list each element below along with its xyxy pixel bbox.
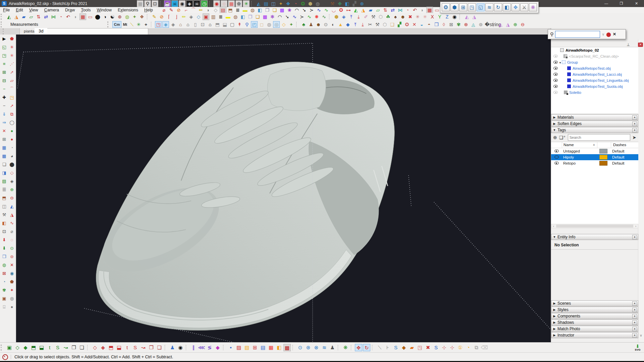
toolbar-icon[interactable]: ▣ bbox=[6, 344, 13, 351]
toolbar-icon[interactable]: − bbox=[1, 86, 7, 92]
toolbar-icon[interactable]: ⊚ bbox=[477, 21, 484, 28]
toolbar-icon[interactable]: ◭ bbox=[464, 13, 470, 20]
outliner-item[interactable]: AirwalkRetopoTest_Suola.obj bbox=[551, 83, 638, 89]
toolbar-icon[interactable]: ❏ bbox=[254, 13, 261, 20]
toolbar-icon[interactable]: ⊛ bbox=[463, 21, 469, 28]
panel-styles[interactable]: ▶Styles✕ bbox=[551, 307, 638, 313]
toolbar-icon[interactable]: ⋘ bbox=[198, 344, 205, 351]
add-tag-icon[interactable]: ⊕ bbox=[553, 135, 557, 140]
toolbar-icon[interactable]: ◇ bbox=[195, 13, 202, 20]
toolbar-icon[interactable]: ◗ bbox=[72, 13, 79, 20]
toolbar-icon[interactable]: ▯ bbox=[192, 21, 199, 28]
panel-close-icon[interactable]: ✕ bbox=[632, 308, 637, 312]
toolbar-icon[interactable]: ⊗ bbox=[313, 344, 320, 351]
panel-close-icon[interactable]: ✕ bbox=[632, 333, 637, 338]
toolbar-icon[interactable]: ≶ bbox=[206, 344, 213, 351]
toolbar-icon[interactable]: ▰ bbox=[20, 13, 27, 20]
panel-soften-edges[interactable]: ▶ Soften Edges ✕ bbox=[551, 121, 638, 127]
toolbar-icon[interactable]: ❑ bbox=[389, 21, 395, 28]
outliner-item[interactable]: ▾Group bbox=[551, 59, 638, 65]
toolbar-icon[interactable]: ⬤ bbox=[9, 161, 15, 168]
toolbar-icon[interactable]: ◍ bbox=[232, 13, 239, 20]
toolbar-icon[interactable]: ⬒ bbox=[214, 21, 221, 28]
select-tool-icon[interactable]: ▶ bbox=[1, 36, 7, 42]
toolbar-icon[interactable]: ∿ bbox=[291, 13, 298, 20]
toolbar-icon[interactable]: ❐ bbox=[148, 344, 155, 351]
toolbar-icon[interactable]: ◈ bbox=[170, 21, 176, 28]
menu-extensions[interactable]: Extensions bbox=[115, 8, 141, 12]
toolbar-icon[interactable]: ✪ bbox=[300, 0, 306, 7]
toolbar-icon[interactable]: ▣ bbox=[1, 295, 7, 302]
toolbar-icon[interactable]: ❏ bbox=[78, 344, 86, 351]
toolbar-icon[interactable]: ◉ bbox=[177, 344, 184, 351]
toolbar-icon[interactable]: ✎ bbox=[151, 13, 158, 20]
toolbar-icon[interactable]: ☻ bbox=[399, 13, 406, 20]
units-cm-button[interactable]: Cm bbox=[112, 21, 122, 28]
visibility-eye-icon[interactable] bbox=[553, 85, 558, 88]
toolbar-icon[interactable]: ✕ bbox=[1, 128, 7, 134]
toolbar-icon[interactable]: ✕ bbox=[411, 21, 418, 28]
toolbar-icon[interactable]: ▰ bbox=[408, 344, 416, 351]
dashed-circle-icon[interactable]: ◌ bbox=[221, 0, 227, 7]
toolbar-icon[interactable]: ☯ bbox=[109, 13, 116, 20]
toolbar-icon[interactable]: ◳ bbox=[416, 344, 424, 351]
toolbar-icon[interactable]: ✚ bbox=[1, 94, 7, 101]
toolbar-icon[interactable]: ⬢ bbox=[307, 0, 314, 7]
toolbar-icon[interactable]: ➚ bbox=[9, 103, 15, 109]
toolbar-icon[interactable]: ⬇ bbox=[1, 245, 7, 251]
panel-instructor[interactable]: ▶Instructor✕ bbox=[551, 332, 638, 338]
toolbar-icon[interactable]: ⇄ bbox=[389, 7, 396, 13]
toolbar-icon[interactable]: ▩ bbox=[262, 13, 268, 20]
tag-row[interactable]: HipolyDefault bbox=[551, 154, 638, 160]
toolbar-icon[interactable]: ◔ bbox=[404, 7, 411, 13]
toolbar-icon[interactable]: ◇ bbox=[91, 344, 99, 351]
panel-materials[interactable]: ▶ Materials ✕ bbox=[551, 114, 638, 120]
toolbar-icon[interactable]: ❖ bbox=[139, 13, 145, 20]
outliner-item[interactable]: AirwalkRetopo_02 bbox=[551, 47, 638, 53]
toolbar-icon[interactable]: ➘ bbox=[284, 13, 290, 20]
toolbar-icon[interactable]: ⊞ bbox=[1, 136, 7, 142]
toolbar-icon[interactable]: ◧ bbox=[257, 7, 263, 13]
tabbar-grip[interactable] bbox=[3, 28, 6, 35]
toolbar-icon[interactable]: ▤ bbox=[220, 7, 226, 13]
toolbar-icon[interactable]: ☻ bbox=[315, 21, 322, 28]
panel-close-icon[interactable]: ✕ bbox=[632, 327, 637, 331]
toolbar-icon[interactable]: ⊕ bbox=[9, 186, 15, 193]
dagger-icon[interactable]: ⚔ bbox=[520, 3, 528, 11]
plane-icon[interactable]: ◳ bbox=[468, 3, 476, 11]
toolbar-icon[interactable]: ♣ bbox=[300, 21, 307, 28]
toolbar-icon[interactable]: ▧ bbox=[243, 344, 251, 351]
toolbar-icon[interactable]: ▬ bbox=[242, 7, 249, 13]
toolbar-icon[interactable]: ⤒ bbox=[348, 13, 355, 20]
panel-close-icon[interactable]: ✕ bbox=[632, 301, 637, 306]
toolbar-icon[interactable]: ✳ bbox=[422, 13, 428, 20]
toolbar-icon[interactable]: ⋰ bbox=[9, 61, 15, 67]
toolbar-icon[interactable]: ⊕ bbox=[116, 13, 123, 20]
toolbar-icon[interactable]: ⋈ bbox=[397, 7, 404, 13]
toolbar-icon[interactable]: ⌀ bbox=[9, 228, 15, 235]
menu-help[interactable]: Help bbox=[141, 8, 156, 12]
toolbar-icon[interactable]: ⬒ bbox=[107, 344, 115, 351]
toolbar-icon[interactable]: ◧ bbox=[1, 220, 7, 226]
toolbar-icon[interactable]: ✂ bbox=[367, 21, 373, 28]
toolbar-icon[interactable]: ⧉ bbox=[9, 111, 15, 117]
panel-close-icon[interactable]: ✕ bbox=[632, 115, 637, 120]
toolbar-icon[interactable]: ◌ bbox=[9, 237, 15, 243]
toolbar-icon[interactable]: ✖ bbox=[424, 344, 432, 351]
toolbar-icon[interactable]: S bbox=[432, 344, 440, 351]
menu-file[interactable]: File bbox=[0, 8, 13, 12]
toolbar-icon[interactable]: ◧ bbox=[275, 344, 283, 351]
toolbar-icon[interactable]: ▩ bbox=[283, 344, 291, 351]
toolbar-icon[interactable]: ✎ bbox=[168, 7, 175, 13]
units-mt-button[interactable]: Mt bbox=[121, 21, 128, 28]
toolbar-icon[interactable]: ◆ bbox=[99, 344, 107, 351]
toolbar-icon[interactable]: ⊕ bbox=[359, 0, 365, 7]
toolbar-icon[interactable]: ◍ bbox=[314, 0, 321, 7]
toolbar-icon[interactable]: ◔ bbox=[9, 144, 15, 151]
panel-tags[interactable]: ▼ Tags ✕ bbox=[551, 127, 638, 133]
spiral-tool-icon[interactable]: ❂ bbox=[442, 3, 450, 11]
toolbar-icon[interactable]: ▨ bbox=[235, 344, 243, 351]
toolbar-icon[interactable]: ⧉ bbox=[473, 344, 480, 351]
toolbar-icon[interactable]: ◔ bbox=[1, 279, 7, 285]
toolbar-icon[interactable]: ✳ bbox=[135, 21, 142, 28]
